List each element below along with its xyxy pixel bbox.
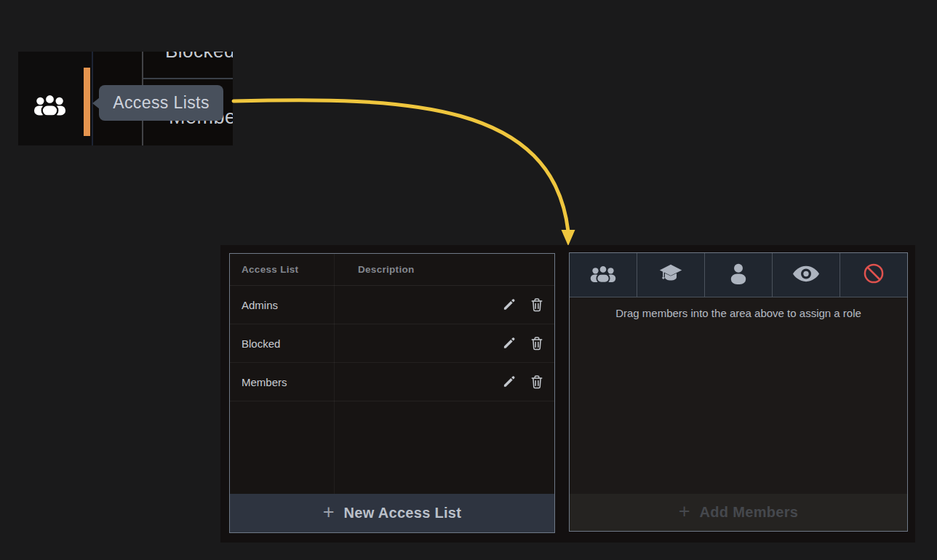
access-lists-screenshot: Access List Description Admins [220, 245, 915, 543]
role-cell-member[interactable] [705, 253, 773, 297]
add-members-button[interactable]: + Add Members [570, 494, 907, 531]
table-row[interactable]: Members [230, 363, 554, 401]
edit-icon[interactable] [502, 297, 516, 312]
edit-icon[interactable] [502, 336, 516, 351]
table-row[interactable]: Admins [230, 286, 554, 324]
blocked-icon [863, 263, 885, 287]
table-header: Access List Description [230, 254, 554, 286]
drag-members-hint: Drag members into the area above to assi… [570, 307, 907, 319]
plus-icon: + [679, 502, 690, 521]
role-cell-observer[interactable] [773, 253, 840, 297]
column-header-description: Description [358, 264, 415, 275]
new-access-list-button[interactable]: + New Access List [230, 494, 554, 532]
graduation-cap-icon [658, 264, 683, 287]
role-drop-row [570, 253, 907, 297]
role-cell-teacher[interactable] [637, 253, 705, 297]
partial-row-text-blocked: Blocked [165, 52, 233, 63]
delete-icon[interactable] [530, 336, 544, 351]
access-lists-tooltip: Access Lists [99, 85, 223, 121]
members-roles-panel: Drag members into the area above to assi… [569, 252, 908, 532]
access-list-name: Admins [242, 299, 278, 311]
sidebar-zoom-snippet: Blocked Members Access Lists [18, 52, 233, 145]
role-cell-blocked[interactable] [840, 253, 907, 297]
tooltip-label: Access Lists [113, 93, 210, 113]
access-list-name: Blocked [242, 337, 280, 350]
delete-icon[interactable] [530, 297, 544, 312]
add-members-label: Add Members [700, 504, 799, 521]
access-list-panel: Access List Description Admins [229, 253, 555, 533]
sidebar-strip [18, 52, 92, 145]
group-icon [590, 264, 616, 286]
table-row[interactable]: Blocked [230, 324, 554, 363]
access-lists-nav-icon[interactable] [33, 92, 66, 116]
active-nav-accent-bar [84, 68, 90, 136]
eye-icon [793, 265, 819, 285]
person-icon [729, 263, 748, 287]
new-access-list-label: New Access List [344, 505, 462, 521]
column-header-access-list: Access List [242, 264, 298, 275]
plus-icon: + [323, 503, 335, 522]
edit-icon[interactable] [502, 375, 516, 389]
access-list-name: Members [242, 376, 287, 388]
role-cell-group[interactable] [570, 253, 637, 297]
delete-icon[interactable] [530, 375, 544, 389]
row-divider [143, 78, 233, 79]
